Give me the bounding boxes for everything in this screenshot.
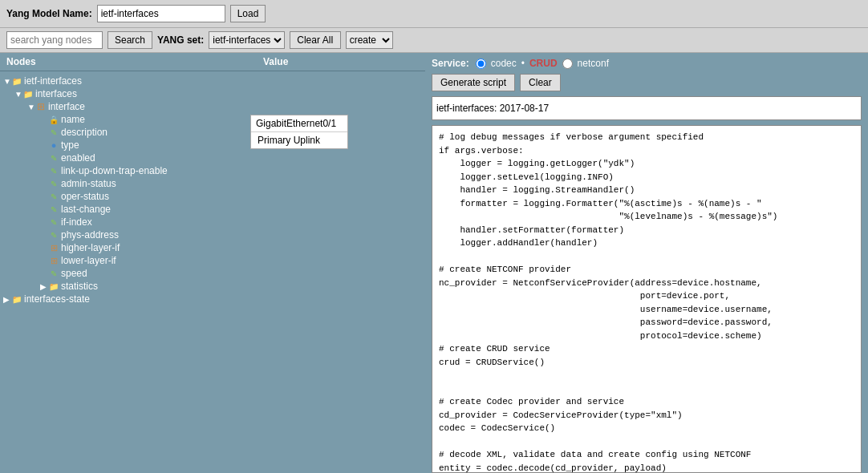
generate-script-button[interactable]: Generate script <box>432 74 515 91</box>
main-content: Nodes Value ▼ 📁 ietf-interfaces ▼ 📁 inte… <box>0 53 868 473</box>
tree-item-admin-status[interactable]: ✎ admin-status <box>0 177 425 190</box>
search-input[interactable] <box>6 31 103 49</box>
top-bar: Yang Model Name: Load <box>0 0 868 28</box>
expand-arrow[interactable]: ▶ <box>3 295 11 304</box>
leaf-icon: ✎ <box>48 127 59 138</box>
list-sub-icon: ⊞ <box>48 255 59 266</box>
leaf-icon: ✎ <box>48 152 59 164</box>
action-select[interactable]: create read update delete <box>346 31 393 49</box>
crud-label: CRUD <box>529 58 558 69</box>
leaf-icon: ✎ <box>48 165 59 176</box>
model-name-label: Yang Model Name: <box>6 8 92 19</box>
second-bar: Search YANG set: ietf-interfaces Clear A… <box>0 28 868 53</box>
tree-label[interactable]: enabled <box>61 152 95 164</box>
left-panel: Nodes Value ▼ 📁 ietf-interfaces ▼ 📁 inte… <box>0 53 425 473</box>
tree-item-higher-layer-if[interactable]: ⊞ higher-layer-if <box>0 241 425 254</box>
leaf-icon: ✎ <box>48 178 59 189</box>
netconf-label: netconf <box>578 58 609 69</box>
tree-item-interfaces[interactable]: ▼ 📁 interfaces <box>0 87 425 100</box>
tree-label[interactable]: if-index <box>61 216 92 228</box>
popup-item-primary[interactable]: Primary Uplink <box>251 132 347 148</box>
tree-label[interactable]: higher-layer-if <box>61 242 120 253</box>
tree-label[interactable]: admin-status <box>61 178 116 189</box>
dot-separator: • <box>521 58 525 69</box>
expand-arrow[interactable]: ▼ <box>27 103 35 111</box>
name-value-input[interactable] <box>251 115 347 132</box>
tree-item-type[interactable]: ● type <box>0 139 425 152</box>
tree-label[interactable]: oper-status <box>61 191 109 202</box>
tree-item-phys-address[interactable]: ✎ phys-address <box>0 228 425 241</box>
button-row: Generate script Clear <box>432 74 862 91</box>
folder-icon: 📁 <box>22 88 34 99</box>
folder-icon: 📁 <box>48 281 59 292</box>
tree-label[interactable]: interfaces <box>35 88 77 99</box>
leaf-icon: ✎ <box>48 191 59 202</box>
yang-set-select[interactable]: ietf-interfaces <box>209 31 285 49</box>
expand-arrow[interactable]: ▶ <box>40 282 48 291</box>
leaf-icon: ✎ <box>48 229 59 241</box>
yang-value-input[interactable] <box>436 103 857 114</box>
tree-label[interactable]: ietf-interfaces <box>24 75 82 87</box>
tree-label[interactable]: description <box>61 127 107 138</box>
expand-arrow[interactable]: ▼ <box>14 90 22 99</box>
tree-label[interactable]: type <box>61 139 79 151</box>
codec-label: codec <box>491 58 517 69</box>
clear-button[interactable]: Clear <box>520 74 561 91</box>
lock-icon: 🔒 <box>48 114 59 125</box>
nodes-col-header: Nodes <box>0 53 257 71</box>
tree-label[interactable]: link-up-down-trap-enable <box>61 165 168 176</box>
list-icon: ⊞ <box>35 101 47 112</box>
expand-arrow[interactable]: ▼ <box>3 77 11 86</box>
tree-item-description[interactable]: ✎ description <box>0 126 425 139</box>
right-panel: Service: codec • CRUD netconf Generate s… <box>425 53 868 473</box>
tree-item-ietf-interfaces[interactable]: ▼ 📁 ietf-interfaces <box>0 75 425 87</box>
tree-item-if-index[interactable]: ✎ if-index <box>0 216 425 228</box>
value-col-header: Value <box>257 53 425 71</box>
tree-item-lower-layer-if[interactable]: ⊞ lower-layer-if <box>0 254 425 267</box>
tree-item-interface[interactable]: ▼ ⊞ interface Primary Uplink <box>0 100 425 113</box>
tree-item-speed[interactable]: ✎ speed <box>0 267 425 280</box>
tree-label[interactable]: name <box>61 114 85 125</box>
tree-label[interactable]: interfaces-state <box>24 293 90 305</box>
service-row: Service: codec • CRUD netconf <box>432 58 862 69</box>
yang-input-area <box>432 96 862 120</box>
leaf-icon: ✎ <box>48 216 59 228</box>
service-label: Service: <box>432 58 469 69</box>
radio-group: codec • CRUD netconf <box>476 58 609 69</box>
codec-radio[interactable] <box>476 59 486 69</box>
tree-label[interactable]: phys-address <box>61 229 119 241</box>
netconf-radio[interactable] <box>562 59 573 69</box>
leaf-icon: ✎ <box>48 268 59 279</box>
search-button[interactable]: Search <box>107 31 152 49</box>
tree-label[interactable]: speed <box>61 268 87 279</box>
tree-header: Nodes Value <box>0 53 425 71</box>
tree-label[interactable]: interface <box>48 101 85 112</box>
load-button[interactable]: Load <box>230 5 266 22</box>
leaf-icon: ✎ <box>48 204 59 215</box>
tree-item-last-change[interactable]: ✎ last-change <box>0 203 425 216</box>
tree-item-link-up[interactable]: ✎ link-up-down-trap-enable <box>0 164 425 177</box>
folder-icon: 📁 <box>11 293 22 305</box>
tree-item-name[interactable]: 🔒 name <box>0 113 425 126</box>
list-sub-icon: ⊞ <box>48 242 59 253</box>
clear-all-button[interactable]: Clear AlI <box>290 31 340 49</box>
tree-area: ▼ 📁 ietf-interfaces ▼ 📁 interfaces ▼ ⊞ i… <box>0 71 425 309</box>
code-area: # log debug messages if verbose argument… <box>432 125 862 473</box>
tree-item-statistics[interactable]: ▶ 📁 statistics <box>0 280 425 293</box>
tree-label[interactable]: lower-layer-if <box>61 255 116 266</box>
yang-set-label: YANG set: <box>157 34 204 46</box>
folder-icon: 📁 <box>11 75 22 87</box>
tree-item-enabled[interactable]: ✎ enabled <box>0 152 425 164</box>
tree-label[interactable]: last-change <box>61 204 111 215</box>
model-name-input[interactable] <box>97 5 225 22</box>
tree-item-interfaces-state[interactable]: ▶ 📁 interfaces-state <box>0 293 425 305</box>
name-value-popup: Primary Uplink <box>250 115 348 149</box>
tree-item-oper-status[interactable]: ✎ oper-status <box>0 190 425 203</box>
tree-label[interactable]: statistics <box>61 281 98 292</box>
type-icon: ● <box>48 139 59 151</box>
